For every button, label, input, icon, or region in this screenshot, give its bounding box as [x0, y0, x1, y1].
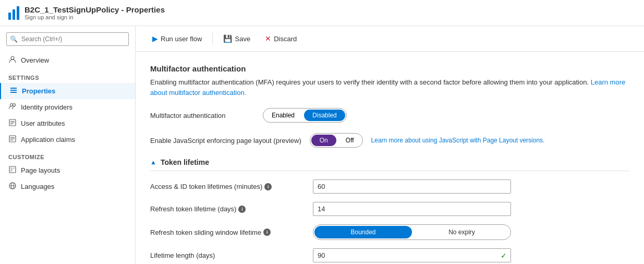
sidebar-item-application-claims[interactable]: Application claims	[0, 131, 135, 148]
languages-icon	[8, 182, 17, 191]
toolbar: ▶ Run user flow 💾 Save ✕ Discard	[136, 26, 644, 52]
bounded-option[interactable]: Bounded	[314, 226, 412, 238]
bounded-toggle-group: Bounded No expiry	[313, 224, 511, 240]
logo-icon	[8, 6, 19, 20]
search-input[interactable]	[6, 32, 129, 46]
mfa-enabled-option[interactable]: Enabled	[263, 109, 303, 122]
save-label: Save	[235, 35, 250, 43]
discard-button[interactable]: ✕ Discard	[259, 31, 303, 46]
sidebar-item-identity-providers[interactable]: Identity providers	[0, 99, 135, 115]
mfa-title: Multifactor authentication	[150, 64, 629, 73]
javascript-toggle-group: On Off	[310, 133, 363, 148]
page-layouts-icon	[8, 166, 17, 175]
lifetime-length-label: Lifetime length (days)	[150, 251, 307, 259]
svg-rect-2	[10, 90, 17, 91]
mfa-disabled-option[interactable]: Disabled	[304, 110, 345, 121]
mfa-field-label: Multifactor authentication	[150, 112, 254, 119]
run-user-flow-label: Run user flow	[161, 35, 202, 43]
javascript-field-label: Enable JavaScript enforcing page layout …	[150, 137, 301, 145]
logo-bar-1	[8, 13, 11, 20]
customize-section-label: Customize	[0, 148, 135, 162]
overview-icon	[8, 56, 17, 65]
properties-content: Multifactor authentication Enabling mult…	[136, 52, 644, 264]
lifetime-length-field: Lifetime length (days) 90 60 120 180 ✓	[150, 248, 629, 262]
sidebar-label-overview: Overview	[21, 56, 49, 64]
svg-rect-1	[10, 88, 17, 89]
javascript-learn-more-link[interactable]: Learn more about using JavaScript with P…	[371, 137, 545, 144]
sidebar: 🔍 Overview Settings Properties Identity …	[0, 26, 136, 264]
page-title: B2C_1_TestSignUpPolicy - Properties	[25, 5, 165, 14]
token-lifetime-header: ▲ Token lifetime	[150, 158, 629, 171]
svg-point-4	[10, 104, 13, 106]
token-lifetime-title: Token lifetime	[161, 158, 209, 166]
main-layout: 🔍 Overview Settings Properties Identity …	[0, 26, 644, 264]
logo-area: B2C_1_TestSignUpPolicy - Properties Sign…	[8, 5, 165, 20]
svg-rect-3	[10, 92, 17, 93]
user-attributes-icon	[8, 119, 17, 128]
search-container: 🔍	[6, 32, 129, 46]
run-user-flow-button[interactable]: ▶ Run user flow	[146, 31, 208, 46]
mfa-toggle-row: Multifactor authentication Enabled Disab…	[150, 108, 629, 123]
app-header: B2C_1_TestSignUpPolicy - Properties Sign…	[0, 0, 644, 26]
svg-point-0	[11, 56, 14, 59]
page-subtitle: Sign up and sign in	[25, 14, 165, 20]
svg-rect-16	[13, 167, 15, 169]
discard-icon: ✕	[265, 34, 271, 43]
sidebar-label-application-claims: Application claims	[21, 136, 75, 143]
javascript-on-option[interactable]: On	[311, 135, 336, 146]
refresh-token-input[interactable]	[313, 202, 511, 216]
sidebar-label-identity-providers: Identity providers	[21, 103, 72, 111]
properties-icon	[9, 87, 18, 95]
mfa-toggle-group: Enabled Disabled	[263, 108, 347, 123]
logo-bar-2	[13, 9, 15, 20]
mfa-section: Multifactor authentication Enabling mult…	[150, 64, 629, 148]
sidebar-item-overview[interactable]: Overview	[0, 52, 135, 68]
refresh-token-field: Refresh token lifetime (days) i	[150, 202, 629, 216]
svg-rect-15	[10, 167, 13, 172]
sidebar-item-properties[interactable]: Properties	[0, 83, 135, 99]
lifetime-length-select[interactable]: 90 60 120 180	[313, 248, 511, 262]
token-lifetime-section: ▲ Token lifetime Access & ID token lifet…	[150, 158, 629, 262]
sidebar-label-properties: Properties	[22, 87, 55, 95]
collapse-icon[interactable]: ▲	[150, 159, 156, 166]
sidebar-label-user-attributes: User attributes	[21, 119, 65, 127]
access-id-token-field: Access & ID token lifetimes (minutes) i	[150, 179, 629, 194]
refresh-sliding-field: Refresh token sliding window lifetime i …	[150, 224, 629, 240]
settings-section-label: Settings	[0, 68, 135, 83]
mfa-description: Enabling multifactor authentication (MFA…	[150, 77, 629, 98]
sidebar-item-user-attributes[interactable]: User attributes	[0, 115, 135, 131]
access-id-token-info-icon: i	[264, 183, 272, 190]
sidebar-label-page-layouts: Page layouts	[21, 166, 60, 174]
svg-point-5	[13, 104, 16, 106]
save-icon: 💾	[223, 34, 232, 43]
toolbar-separator	[212, 32, 213, 45]
refresh-sliding-label: Refresh token sliding window lifetime i	[150, 229, 307, 236]
sidebar-item-page-layouts[interactable]: Page layouts	[0, 162, 135, 178]
sidebar-item-languages[interactable]: Languages	[0, 178, 135, 195]
lifetime-length-select-wrap: 90 60 120 180 ✓	[313, 248, 511, 262]
application-claims-icon	[8, 135, 17, 144]
header-title-block: B2C_1_TestSignUpPolicy - Properties Sign…	[25, 5, 165, 20]
javascript-off-option[interactable]: Off	[337, 134, 362, 147]
refresh-sliding-info-icon: i	[263, 229, 271, 236]
access-id-token-input[interactable]	[313, 179, 511, 194]
identity-providers-icon	[8, 103, 17, 112]
search-icon: 🔍	[10, 35, 18, 43]
discard-label: Discard	[274, 35, 297, 43]
main-content: ▶ Run user flow 💾 Save ✕ Discard Multifa…	[136, 26, 644, 264]
no-expiry-option[interactable]: No expiry	[413, 225, 511, 239]
save-button[interactable]: 💾 Save	[217, 31, 257, 46]
refresh-token-info-icon: i	[238, 206, 246, 213]
refresh-token-label: Refresh token lifetime (days) i	[150, 205, 307, 213]
sidebar-label-languages: Languages	[21, 183, 54, 190]
mfa-desc-text: Enabling multifactor authentication (MFA…	[150, 78, 589, 86]
access-id-token-label: Access & ID token lifetimes (minutes) i	[150, 183, 307, 190]
logo-bar-3	[17, 6, 19, 20]
javascript-toggle-row: Enable JavaScript enforcing page layout …	[150, 133, 629, 148]
run-icon: ▶	[152, 34, 158, 43]
